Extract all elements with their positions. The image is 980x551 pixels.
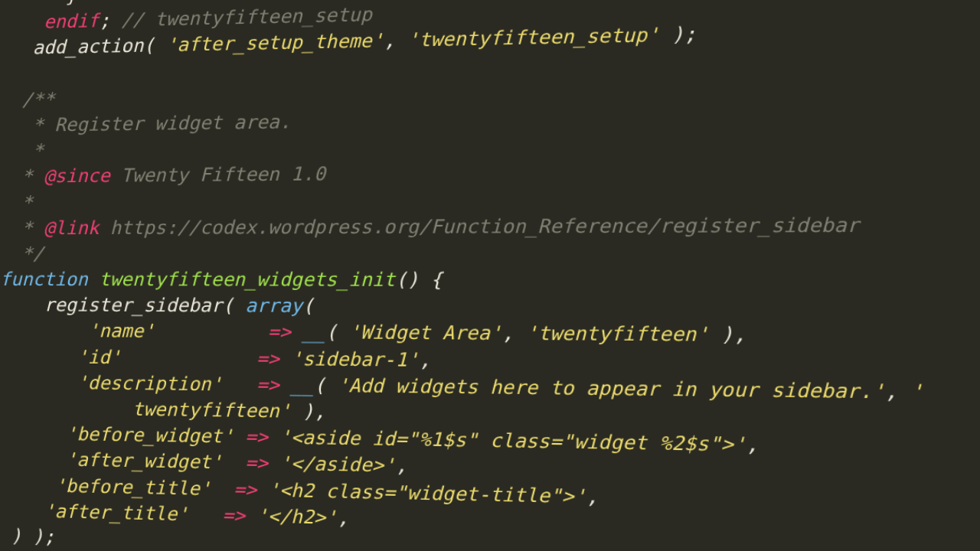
code-comment: * @since Twenty Fifteen 1.0	[0, 163, 325, 187]
code-line: }	[0, 0, 77, 8]
code-comment: *	[0, 140, 44, 161]
code-line: register_sidebar( array(	[0, 295, 314, 317]
code-comment: * Register widget area.	[0, 111, 291, 135]
code-line: 'id' => 'sidebar-1',	[0, 346, 430, 370]
code-comment: */	[0, 243, 44, 264]
code-line: 'name' => __( 'Widget Area', 'twentyfift…	[0, 320, 746, 346]
code-line: 'after_title' => '</h2>',	[0, 499, 348, 528]
code-comment: *	[0, 191, 33, 212]
code-line: endif; // twentyfifteen_setup	[0, 4, 372, 34]
code-editor-content[interactable]: } endif; // twentyfifteen_setup add_acti…	[0, 0, 923, 551]
code-comment: /**	[0, 89, 54, 110]
code-line: twentyfifteen' ),	[0, 397, 325, 422]
code-line: 'after_widget' => '</aside>',	[0, 448, 407, 477]
code-line: ) );	[0, 525, 54, 547]
code-comment: * @link https://codex.wordpress.org/Func…	[0, 214, 859, 238]
code-line: function twentyfifteen_widgets_init() {	[0, 269, 443, 290]
